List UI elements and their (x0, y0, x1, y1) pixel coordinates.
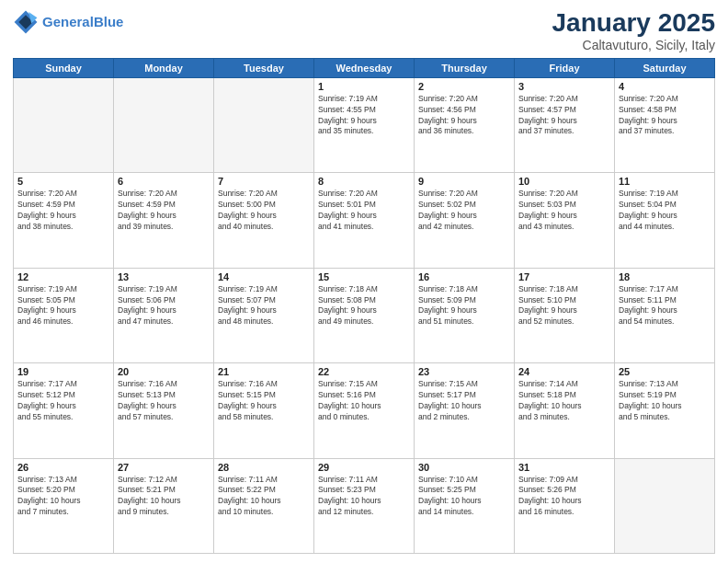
day-info: Sunrise: 7:20 AM Sunset: 4:59 PM Dayligh… (118, 189, 210, 233)
calendar-day-header: Friday (515, 58, 615, 77)
day-number: 25 (619, 366, 711, 377)
calendar-day-cell: 3Sunrise: 7:20 AM Sunset: 4:57 PM Daylig… (515, 77, 615, 172)
day-info: Sunrise: 7:16 AM Sunset: 5:15 PM Dayligh… (218, 379, 310, 423)
calendar-day-cell: 16Sunrise: 7:18 AM Sunset: 5:09 PM Dayli… (415, 268, 515, 362)
day-info: Sunrise: 7:19 AM Sunset: 5:04 PM Dayligh… (619, 189, 711, 233)
title-block: January 2025 Caltavuturo, Sicily, Italy (552, 9, 715, 52)
calendar-day-cell: 5Sunrise: 7:20 AM Sunset: 4:59 PM Daylig… (14, 173, 114, 268)
day-number: 18 (619, 271, 711, 282)
calendar-day-cell: 13Sunrise: 7:19 AM Sunset: 5:06 PM Dayli… (114, 268, 214, 362)
day-number: 19 (17, 366, 109, 377)
day-number: 15 (318, 271, 410, 282)
day-number: 21 (218, 366, 310, 377)
day-info: Sunrise: 7:19 AM Sunset: 5:07 PM Dayligh… (218, 284, 310, 328)
calendar-day-cell: 2Sunrise: 7:20 AM Sunset: 4:56 PM Daylig… (415, 77, 515, 172)
day-info: Sunrise: 7:17 AM Sunset: 5:12 PM Dayligh… (17, 379, 109, 423)
day-number: 28 (218, 462, 310, 473)
calendar-day-cell: 15Sunrise: 7:18 AM Sunset: 5:08 PM Dayli… (314, 268, 415, 362)
day-number: 20 (118, 366, 210, 377)
day-number: 10 (518, 176, 610, 187)
day-info: Sunrise: 7:10 AM Sunset: 5:25 PM Dayligh… (418, 475, 510, 519)
day-info: Sunrise: 7:20 AM Sunset: 5:02 PM Dayligh… (418, 189, 510, 233)
calendar-day-cell: 6Sunrise: 7:20 AM Sunset: 4:59 PM Daylig… (114, 173, 214, 268)
day-number: 13 (118, 271, 210, 282)
day-info: Sunrise: 7:19 AM Sunset: 5:06 PM Dayligh… (118, 284, 210, 328)
day-number: 11 (619, 176, 711, 187)
day-number: 9 (418, 176, 510, 187)
day-number: 7 (218, 176, 310, 187)
day-number: 23 (418, 366, 510, 377)
logo-icon (13, 9, 39, 35)
day-info: Sunrise: 7:20 AM Sunset: 4:57 PM Dayligh… (518, 94, 610, 138)
day-info: Sunrise: 7:20 AM Sunset: 5:00 PM Dayligh… (218, 189, 310, 233)
day-info: Sunrise: 7:15 AM Sunset: 5:16 PM Dayligh… (318, 379, 410, 423)
day-info: Sunrise: 7:11 AM Sunset: 5:23 PM Dayligh… (318, 475, 410, 519)
calendar-day-header: Saturday (615, 58, 715, 77)
calendar-day-cell: 26Sunrise: 7:13 AM Sunset: 5:20 PM Dayli… (14, 458, 114, 553)
calendar-day-cell (615, 458, 715, 553)
calendar-week-row: 5Sunrise: 7:20 AM Sunset: 4:59 PM Daylig… (14, 173, 715, 268)
calendar-week-row: 26Sunrise: 7:13 AM Sunset: 5:20 PM Dayli… (14, 458, 715, 553)
calendar-day-cell (214, 77, 314, 172)
day-info: Sunrise: 7:14 AM Sunset: 5:18 PM Dayligh… (518, 379, 610, 423)
day-info: Sunrise: 7:13 AM Sunset: 5:20 PM Dayligh… (17, 475, 109, 519)
calendar-day-cell (14, 77, 114, 172)
day-info: Sunrise: 7:19 AM Sunset: 4:55 PM Dayligh… (318, 94, 410, 138)
day-info: Sunrise: 7:18 AM Sunset: 5:10 PM Dayligh… (518, 284, 610, 328)
header: GeneralBlue January 2025 Caltavuturo, Si… (13, 9, 715, 52)
calendar-day-cell: 17Sunrise: 7:18 AM Sunset: 5:10 PM Dayli… (515, 268, 615, 362)
day-info: Sunrise: 7:13 AM Sunset: 5:19 PM Dayligh… (619, 379, 711, 423)
day-number: 26 (17, 462, 109, 473)
calendar-day-cell: 25Sunrise: 7:13 AM Sunset: 5:19 PM Dayli… (615, 363, 715, 458)
calendar-day-cell: 12Sunrise: 7:19 AM Sunset: 5:05 PM Dayli… (14, 268, 114, 362)
day-number: 29 (318, 462, 410, 473)
day-number: 8 (318, 176, 410, 187)
calendar-day-cell: 14Sunrise: 7:19 AM Sunset: 5:07 PM Dayli… (214, 268, 314, 362)
calendar-day-cell: 24Sunrise: 7:14 AM Sunset: 5:18 PM Dayli… (515, 363, 615, 458)
day-info: Sunrise: 7:19 AM Sunset: 5:05 PM Dayligh… (17, 284, 109, 328)
calendar-day-cell: 11Sunrise: 7:19 AM Sunset: 5:04 PM Dayli… (615, 173, 715, 268)
day-number: 12 (17, 271, 109, 282)
calendar-day-header: Sunday (14, 58, 114, 77)
day-info: Sunrise: 7:16 AM Sunset: 5:13 PM Dayligh… (118, 379, 210, 423)
day-number: 24 (518, 366, 610, 377)
calendar-day-cell: 27Sunrise: 7:12 AM Sunset: 5:21 PM Dayli… (114, 458, 214, 553)
calendar-day-cell: 4Sunrise: 7:20 AM Sunset: 4:58 PM Daylig… (615, 77, 715, 172)
calendar-day-cell: 10Sunrise: 7:20 AM Sunset: 5:03 PM Dayli… (515, 173, 615, 268)
day-info: Sunrise: 7:12 AM Sunset: 5:21 PM Dayligh… (118, 475, 210, 519)
day-number: 27 (118, 462, 210, 473)
calendar-header-row: SundayMondayTuesdayWednesdayThursdayFrid… (14, 58, 715, 77)
calendar-day-header: Monday (114, 58, 214, 77)
calendar-day-header: Thursday (415, 58, 515, 77)
calendar-day-cell: 19Sunrise: 7:17 AM Sunset: 5:12 PM Dayli… (14, 363, 114, 458)
day-info: Sunrise: 7:20 AM Sunset: 4:56 PM Dayligh… (418, 94, 510, 138)
logo-text: GeneralBlue (42, 15, 123, 30)
calendar-week-row: 12Sunrise: 7:19 AM Sunset: 5:05 PM Dayli… (14, 268, 715, 362)
logo-line1: General (42, 14, 94, 29)
month-year: January 2025 (552, 9, 715, 38)
calendar-day-cell: 31Sunrise: 7:09 AM Sunset: 5:26 PM Dayli… (515, 458, 615, 553)
calendar-day-cell: 7Sunrise: 7:20 AM Sunset: 5:00 PM Daylig… (214, 173, 314, 268)
day-info: Sunrise: 7:09 AM Sunset: 5:26 PM Dayligh… (518, 475, 610, 519)
day-number: 1 (318, 81, 410, 92)
day-number: 4 (619, 81, 711, 92)
calendar-day-cell: 8Sunrise: 7:20 AM Sunset: 5:01 PM Daylig… (314, 173, 415, 268)
calendar-day-cell: 9Sunrise: 7:20 AM Sunset: 5:02 PM Daylig… (415, 173, 515, 268)
calendar-day-cell: 29Sunrise: 7:11 AM Sunset: 5:23 PM Dayli… (314, 458, 415, 553)
calendar-day-cell: 23Sunrise: 7:15 AM Sunset: 5:17 PM Dayli… (415, 363, 515, 458)
calendar-day-cell: 28Sunrise: 7:11 AM Sunset: 5:22 PM Dayli… (214, 458, 314, 553)
calendar-day-cell: 18Sunrise: 7:17 AM Sunset: 5:11 PM Dayli… (615, 268, 715, 362)
day-info: Sunrise: 7:15 AM Sunset: 5:17 PM Dayligh… (418, 379, 510, 423)
calendar-day-header: Tuesday (214, 58, 314, 77)
day-info: Sunrise: 7:18 AM Sunset: 5:08 PM Dayligh… (318, 284, 410, 328)
calendar-day-cell (114, 77, 214, 172)
day-info: Sunrise: 7:17 AM Sunset: 5:11 PM Dayligh… (619, 284, 711, 328)
day-number: 17 (518, 271, 610, 282)
calendar-day-cell: 1Sunrise: 7:19 AM Sunset: 4:55 PM Daylig… (314, 77, 415, 172)
calendar-day-header: Wednesday (314, 58, 415, 77)
calendar-day-cell: 21Sunrise: 7:16 AM Sunset: 5:15 PM Dayli… (214, 363, 314, 458)
day-number: 16 (418, 271, 510, 282)
day-number: 31 (518, 462, 610, 473)
day-info: Sunrise: 7:20 AM Sunset: 5:03 PM Dayligh… (518, 189, 610, 233)
calendar-day-cell: 22Sunrise: 7:15 AM Sunset: 5:16 PM Dayli… (314, 363, 415, 458)
